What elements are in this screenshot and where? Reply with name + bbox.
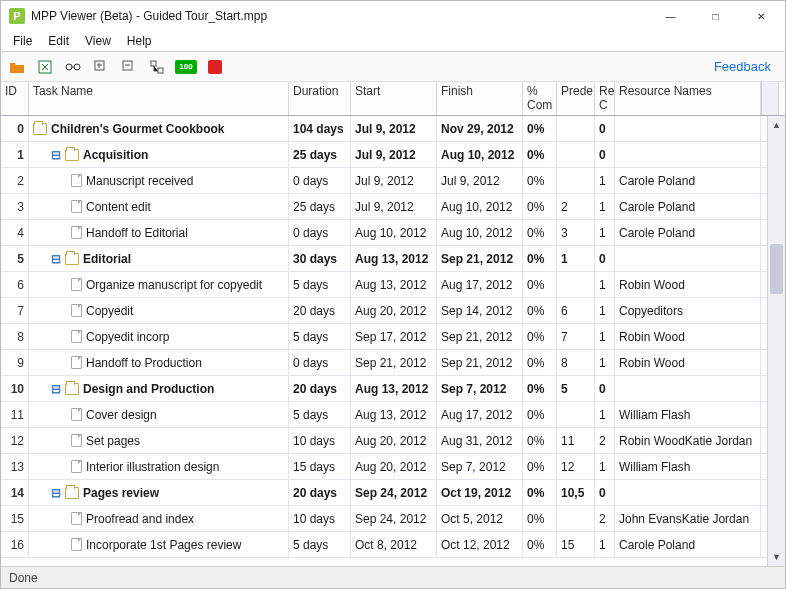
open-icon[interactable]: [7, 57, 27, 77]
table-row[interactable]: 6Organize manuscript for copyedit5 daysA…: [1, 272, 785, 298]
collapse-all-icon[interactable]: [119, 57, 139, 77]
collapse-toggle-icon[interactable]: ⊟: [51, 150, 61, 160]
col-finish[interactable]: Finish: [437, 82, 523, 115]
cell-pct: 0%: [523, 272, 557, 297]
table-row[interactable]: 11Cover design5 daysAug 13, 2012Aug 17, …: [1, 402, 785, 428]
table-row[interactable]: 15Proofread and index10 daysSep 24, 2012…: [1, 506, 785, 532]
cell-res: Carole Poland: [615, 194, 761, 219]
menu-view[interactable]: View: [77, 32, 119, 50]
task-name-text: Interior illustration design: [86, 460, 219, 474]
percent-complete-icon[interactable]: 100: [175, 60, 197, 74]
column-header-row: ID Task Name Duration Start Finish % Com…: [1, 82, 785, 116]
table-row[interactable]: 4Handoff to Editorial0 daysAug 10, 2012A…: [1, 220, 785, 246]
col-pred[interactable]: Prede: [557, 82, 595, 115]
cell-taskname[interactable]: Organize manuscript for copyedit: [29, 272, 289, 297]
col-res[interactable]: Resource Names: [615, 82, 761, 115]
col-duration[interactable]: Duration: [289, 82, 351, 115]
cell-taskname[interactable]: Manuscript received: [29, 168, 289, 193]
cell-taskname[interactable]: Content edit: [29, 194, 289, 219]
task-name-text: Children's Gourmet Cookbook: [51, 122, 225, 136]
cell-duration: 0 days: [289, 220, 351, 245]
cell-res: [615, 480, 761, 505]
cell-start: Aug 13, 2012: [351, 246, 437, 271]
collapse-toggle-icon[interactable]: ⊟: [51, 254, 61, 264]
cell-pct: 0%: [523, 402, 557, 427]
table-row[interactable]: 16Incorporate 1st Pages review5 daysOct …: [1, 532, 785, 558]
table-row[interactable]: 7Copyedit20 daysAug 20, 2012Sep 14, 2012…: [1, 298, 785, 324]
cell-start: Aug 10, 2012: [351, 220, 437, 245]
cell-taskname[interactable]: Handoff to Editorial: [29, 220, 289, 245]
export-excel-icon[interactable]: [35, 57, 55, 77]
cell-taskname[interactable]: ⊟Design and Production: [29, 376, 289, 401]
cell-taskname[interactable]: ⊟Acquisition: [29, 142, 289, 167]
cell-start: Aug 20, 2012: [351, 428, 437, 453]
cell-taskname[interactable]: ⊟Pages review: [29, 480, 289, 505]
task-name-text: Handoff to Production: [86, 356, 202, 370]
scroll-up-icon[interactable]: ▲: [768, 116, 785, 134]
cell-taskname[interactable]: Incorporate 1st Pages review: [29, 532, 289, 557]
cell-taskname[interactable]: Handoff to Production: [29, 350, 289, 375]
collapse-toggle-icon[interactable]: ⊟: [51, 384, 61, 394]
table-row[interactable]: 13Interior illustration design15 daysAug…: [1, 454, 785, 480]
cell-taskname[interactable]: ⊟Editorial: [29, 246, 289, 271]
cell-pct: 0%: [523, 194, 557, 219]
cell-pred: [557, 272, 595, 297]
table-row[interactable]: 3Content edit25 daysJul 9, 2012Aug 10, 2…: [1, 194, 785, 220]
cell-id: 7: [1, 298, 29, 323]
task-name-text: Editorial: [83, 252, 131, 266]
minimize-button[interactable]: —: [648, 2, 693, 30]
close-button[interactable]: ✕: [738, 2, 783, 30]
table-row[interactable]: 10⊟Design and Production20 daysAug 13, 2…: [1, 376, 785, 402]
collapse-toggle-icon[interactable]: ⊟: [51, 488, 61, 498]
scroll-track[interactable]: [768, 134, 785, 548]
col-rc[interactable]: Re C: [595, 82, 615, 115]
critical-path-icon[interactable]: [205, 57, 225, 77]
cell-rc: 0: [595, 116, 615, 141]
cell-taskname[interactable]: Set pages: [29, 428, 289, 453]
cell-taskname[interactable]: Copyedit incorp: [29, 324, 289, 349]
cell-rc: 2: [595, 428, 615, 453]
title-bar: P MPP Viewer (Beta) - Guided Tour_Start.…: [1, 1, 785, 31]
vertical-scrollbar[interactable]: ▲ ▼: [767, 116, 785, 566]
cell-id: 8: [1, 324, 29, 349]
document-icon: [71, 356, 82, 369]
cell-finish: Sep 14, 2012: [437, 298, 523, 323]
table-row[interactable]: 12Set pages10 daysAug 20, 2012Aug 31, 20…: [1, 428, 785, 454]
table-row[interactable]: 1⊟Acquisition25 daysJul 9, 2012Aug 10, 2…: [1, 142, 785, 168]
col-pct[interactable]: % Com: [523, 82, 557, 115]
table-row[interactable]: 9Handoff to Production0 daysSep 21, 2012…: [1, 350, 785, 376]
scroll-thumb[interactable]: [770, 244, 783, 294]
scroll-down-icon[interactable]: ▼: [768, 548, 785, 566]
table-row[interactable]: 0Children's Gourmet Cookbook104 daysJul …: [1, 116, 785, 142]
cell-taskname[interactable]: Copyedit: [29, 298, 289, 323]
menu-help[interactable]: Help: [119, 32, 160, 50]
col-id[interactable]: ID: [1, 82, 29, 115]
cell-pct: 0%: [523, 480, 557, 505]
task-name-text: Acquisition: [83, 148, 148, 162]
folder-icon: [65, 383, 79, 395]
document-icon: [71, 330, 82, 343]
document-icon: [71, 460, 82, 473]
cell-duration: 25 days: [289, 194, 351, 219]
subtasks-icon[interactable]: [147, 57, 167, 77]
maximize-button[interactable]: □: [693, 2, 738, 30]
cell-taskname[interactable]: Proofread and index: [29, 506, 289, 531]
feedback-link[interactable]: Feedback: [714, 59, 779, 74]
find-icon[interactable]: [63, 57, 83, 77]
cell-taskname[interactable]: Interior illustration design: [29, 454, 289, 479]
cell-taskname[interactable]: Cover design: [29, 402, 289, 427]
cell-finish: Aug 31, 2012: [437, 428, 523, 453]
col-start[interactable]: Start: [351, 82, 437, 115]
cell-res: William Flash: [615, 402, 761, 427]
cell-duration: 0 days: [289, 168, 351, 193]
expand-all-icon[interactable]: [91, 57, 111, 77]
table-row[interactable]: 8Copyedit incorp5 daysSep 17, 2012Sep 21…: [1, 324, 785, 350]
table-row[interactable]: 14⊟Pages review20 daysSep 24, 2012Oct 19…: [1, 480, 785, 506]
menu-file[interactable]: File: [5, 32, 40, 50]
table-row[interactable]: 2Manuscript received0 daysJul 9, 2012Jul…: [1, 168, 785, 194]
cell-res: Robin WoodKatie Jordan: [615, 428, 761, 453]
menu-edit[interactable]: Edit: [40, 32, 77, 50]
col-taskname[interactable]: Task Name: [29, 82, 289, 115]
cell-taskname[interactable]: Children's Gourmet Cookbook: [29, 116, 289, 141]
table-row[interactable]: 5⊟Editorial30 daysAug 13, 2012Sep 21, 20…: [1, 246, 785, 272]
